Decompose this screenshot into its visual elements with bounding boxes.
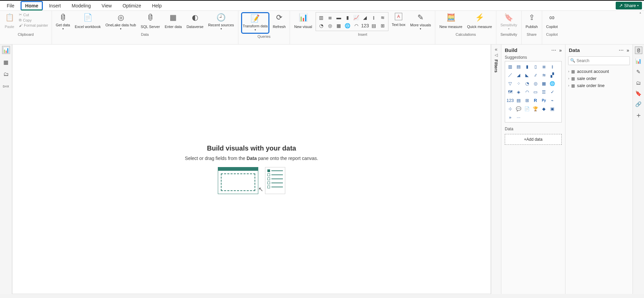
viz-paginated[interactable]: 🏆 — [532, 105, 539, 112]
stacked-bar-icon[interactable]: ▥ — [317, 14, 325, 21]
recent-sources-button[interactable]: 🕘Recent sources▾ — [207, 12, 235, 32]
data-expand-button[interactable]: » — [626, 48, 629, 53]
tab-help[interactable]: Help — [147, 1, 167, 10]
dax-view-button[interactable]: DAX — [2, 82, 10, 90]
right-rail-selection[interactable]: 🗂 — [635, 79, 642, 86]
sql-button[interactable]: 🛢SQL Server — [139, 12, 161, 32]
viz-stackedarea[interactable]: ◣ — [523, 71, 531, 79]
stacked-col-icon[interactable]: ▬ — [335, 14, 343, 21]
viz-treemap[interactable]: ▦ — [540, 80, 548, 87]
expand-filters-icon[interactable]: « — [495, 47, 498, 52]
table-sale-order-line[interactable]: ›▦sale order line — [567, 82, 631, 89]
viz-qna[interactable]: 💬 — [515, 105, 522, 112]
viz-r[interactable]: R — [532, 97, 539, 104]
right-rail-add[interactable]: ＋ — [635, 111, 642, 119]
copilot-button[interactable]: ∞Copilot — [545, 12, 559, 32]
viz-stackedcol[interactable]: ▮ — [523, 63, 531, 70]
line-icon[interactable]: 📈 — [352, 14, 360, 21]
card-icon[interactable]: 123 — [361, 22, 369, 29]
new-measure-button[interactable]: 🧮New measure — [438, 12, 464, 32]
donut-icon[interactable]: ◎ — [326, 22, 334, 29]
dataverse-button[interactable]: ◐Dataverse — [185, 12, 205, 32]
right-rail-bookmarks[interactable]: 🔖 — [635, 90, 642, 97]
table-account-account[interactable]: ›▦account account — [567, 68, 631, 75]
matrix-icon[interactable]: ⊞ — [379, 22, 387, 29]
viz-area[interactable]: ◢ — [515, 71, 522, 79]
viz-clusteredbar[interactable]: ▤ — [515, 63, 522, 70]
excel-button[interactable]: 📄Excel workbook — [74, 12, 102, 32]
transform-data-button[interactable]: 📝Transform data▾ — [241, 12, 269, 34]
filters-panel-collapsed[interactable]: « ◁ Filters — [491, 45, 501, 294]
viz-donut[interactable]: ◎ — [532, 80, 539, 87]
publish-button[interactable]: ⇪Publish — [524, 12, 539, 32]
viz-getmore[interactable]: » — [506, 113, 514, 121]
tab-optimize[interactable]: Optimize — [118, 1, 146, 10]
viz-clusteredcol[interactable]: ▯ — [532, 63, 539, 70]
viz-100bar[interactable]: ≣ — [540, 63, 548, 70]
refresh-button[interactable]: ⟳Refresh — [271, 12, 287, 32]
ribbon-icon[interactable]: ≋ — [379, 14, 387, 21]
build-expand-button[interactable]: » — [559, 48, 562, 53]
share-button[interactable]: ↗ Share ▾ — [616, 2, 642, 9]
onelake-button[interactable]: ◎OneLake data hub▾ — [104, 12, 138, 32]
table-sale-order[interactable]: ›▦sale order — [567, 75, 631, 82]
viz-decomp[interactable]: ⊹ — [506, 105, 514, 112]
viz-ribbon[interactable]: ≋ — [540, 71, 548, 79]
text-box-button[interactable]: AText box — [390, 12, 407, 30]
map-icon[interactable]: 🌐 — [344, 22, 352, 29]
viz-line[interactable]: ／ — [506, 71, 514, 79]
copy-button[interactable]: ⧉Copy — [18, 18, 49, 23]
viz-powerapps[interactable]: ◆ — [540, 105, 548, 112]
tab-home[interactable]: Home — [21, 1, 43, 10]
viz-matrix[interactable]: ⊞ — [523, 97, 531, 104]
tab-insert[interactable]: Insert — [44, 1, 65, 10]
viz-narrative[interactable]: 📄 — [523, 105, 531, 112]
tab-file[interactable]: File — [2, 1, 19, 10]
new-visual-button[interactable]: 📊New visual — [293, 12, 313, 32]
viz-more[interactable]: ··· — [515, 113, 522, 121]
viz-pie[interactable]: ◔ — [523, 80, 531, 87]
add-data-button[interactable]: +Add data — [505, 134, 562, 145]
viz-funnel[interactable]: ▽ — [506, 80, 514, 87]
viz-py[interactable]: Py — [540, 97, 548, 104]
area-icon[interactable]: ◢ — [361, 14, 369, 21]
pie-icon[interactable]: ◔ — [317, 22, 325, 29]
viz-100col[interactable]: ⫿ — [549, 63, 556, 70]
clustered-col-icon[interactable]: ▮ — [344, 14, 352, 21]
paste-button[interactable]: 📋 Paste — [3, 12, 16, 32]
right-rail-analytics[interactable]: ✎ — [635, 68, 642, 76]
viz-kpi[interactable]: ✓ — [549, 88, 556, 96]
viz-card[interactable]: ▭ — [532, 88, 539, 96]
data-search-input[interactable] — [568, 56, 630, 65]
viz-multirow[interactable]: ☰ — [540, 88, 548, 96]
model-view-button[interactable]: 🗂 — [2, 70, 10, 78]
sensitivity-button[interactable]: 🔖Sensitivity▾ — [499, 12, 519, 32]
treemap-icon[interactable]: ▦ — [335, 22, 343, 29]
more-visuals-button[interactable]: ✎More visuals▾ — [409, 12, 433, 32]
data-view-button[interactable]: ▦ — [2, 58, 10, 66]
viz-stackedbar[interactable]: ▥ — [506, 63, 514, 70]
viz-keyinf[interactable]: ⌁ — [549, 97, 556, 104]
report-view-button[interactable]: 📊 — [2, 46, 10, 54]
viz-map[interactable]: 🌐 — [549, 80, 556, 87]
viz-scatter[interactable]: ⁘ — [515, 80, 522, 87]
data-more-button[interactable]: ··· — [619, 48, 624, 53]
viz-gauge[interactable]: ◠ — [523, 88, 531, 96]
right-rail-data[interactable]: 🛢 — [635, 47, 642, 54]
get-data-button[interactable]: 🛢Get data▾ — [55, 12, 71, 32]
table-icon[interactable]: ▤ — [370, 22, 378, 29]
build-more-button[interactable]: ··· — [552, 48, 557, 53]
right-rail-format[interactable]: 📊 — [635, 57, 642, 65]
tab-modeling[interactable]: Modeling — [67, 1, 95, 10]
viz-table[interactable]: ▤ — [515, 97, 522, 104]
viz-shapemap[interactable]: ◈ — [515, 88, 522, 96]
gauge-icon[interactable]: ◠ — [352, 22, 360, 29]
viz-waterfall[interactable]: ▞ — [549, 71, 556, 79]
clustered-bar-icon[interactable]: ≣ — [326, 14, 334, 21]
right-rail-sync[interactable]: 🔗 — [635, 101, 642, 108]
viz-linecol[interactable]: ⫽ — [532, 71, 539, 79]
combo-icon[interactable]: ⫿ — [370, 14, 378, 21]
collapse-ribbon-button[interactable]: ˄ — [637, 11, 644, 18]
viz-filledmap[interactable]: 🗺 — [506, 88, 514, 96]
enter-data-button[interactable]: ▦Enter data — [163, 12, 183, 32]
